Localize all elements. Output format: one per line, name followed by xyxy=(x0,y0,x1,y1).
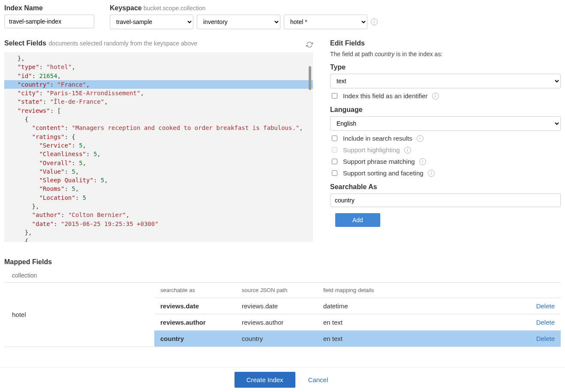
type-label: Type xyxy=(330,63,561,71)
index-name-group: Index Name xyxy=(4,4,94,29)
json-line[interactable]: "Overall": 5, xyxy=(4,159,313,167)
json-line[interactable]: "Sleep Quality": 5, xyxy=(4,176,313,184)
cell-details: en text xyxy=(323,335,525,342)
cell-source: reviews.date xyxy=(242,302,323,310)
table-row[interactable]: reviews.authorreviews.authoren textDelet… xyxy=(154,314,561,331)
info-icon[interactable]: i xyxy=(371,18,378,25)
include-label: Include in search results xyxy=(343,135,412,142)
add-button[interactable]: Add xyxy=(335,213,380,227)
table-row[interactable]: reviews.datereviews.datedatetimeDelete xyxy=(154,298,561,314)
json-line[interactable]: "Rooms": 5, xyxy=(4,184,313,193)
cell-source: country xyxy=(242,335,323,342)
table-row[interactable]: countrycountryen textDelete xyxy=(154,331,561,347)
cell-searchable: reviews.author xyxy=(160,319,242,326)
bucket-select[interactable]: travel-sample xyxy=(110,15,193,29)
json-line[interactable]: "id": 21654, xyxy=(4,72,313,80)
info-icon[interactable]: i xyxy=(404,147,411,154)
scope-select[interactable]: inventory xyxy=(197,15,280,29)
collection-column-header: collection xyxy=(4,269,561,282)
phrase-checkbox[interactable] xyxy=(332,159,337,164)
json-line[interactable]: "state": "Île-de-France", xyxy=(4,97,313,106)
json-line[interactable]: }, xyxy=(4,202,313,211)
json-line[interactable]: "type": "hotel", xyxy=(4,63,313,71)
info-icon[interactable]: i xyxy=(417,135,424,142)
info-icon[interactable]: i xyxy=(432,93,439,100)
phrase-label: Support phrase matching xyxy=(343,158,415,165)
cell-details: en text xyxy=(323,319,525,326)
cancel-button[interactable]: Cancel xyxy=(306,372,331,377)
collection-select[interactable]: hotel * xyxy=(284,15,367,29)
json-preview[interactable]: }, "type": "hotel", "id": 21654, "countr… xyxy=(4,52,313,242)
mapped-table-header: searchable as source JSON path field map… xyxy=(154,283,561,298)
info-icon[interactable]: i xyxy=(428,170,435,177)
searchable-as-label: Searchable As xyxy=(330,183,561,191)
mapped-collection-name: hotel xyxy=(4,283,154,347)
searchable-as-input[interactable] xyxy=(330,193,561,207)
json-line[interactable]: "author": "Colton Bernier", xyxy=(4,211,313,219)
edit-fields-panel: Edit Fields The field at path country is… xyxy=(330,39,561,227)
json-line[interactable]: "reviews": [ xyxy=(4,106,313,115)
delete-link[interactable]: Delete xyxy=(525,302,555,310)
keyspace-label: Keyspacebucket.scope.collection xyxy=(110,4,378,12)
select-fields-title: Select Fieldsdocuments selected randomly… xyxy=(4,39,197,47)
json-line[interactable]: { xyxy=(4,115,313,124)
index-name-label: Index Name xyxy=(4,4,94,12)
info-icon[interactable]: i xyxy=(419,158,426,165)
cell-details: datetime xyxy=(323,302,525,310)
json-line[interactable]: }, xyxy=(4,228,313,237)
json-line[interactable]: "Value": 5, xyxy=(4,167,313,176)
sort-checkbox[interactable] xyxy=(332,170,337,176)
json-line[interactable]: "Location": 5 xyxy=(4,193,313,202)
index-name-input[interactable] xyxy=(4,15,94,28)
sort-label: Support sorting and faceting xyxy=(343,169,424,177)
highlight-label: Support highlighting xyxy=(343,146,400,154)
create-index-button[interactable]: Create Index xyxy=(234,372,295,377)
refresh-icon[interactable] xyxy=(306,41,313,49)
json-line[interactable]: "Cleanliness": 5, xyxy=(4,150,313,158)
type-select[interactable]: text xyxy=(330,74,561,88)
json-line[interactable]: "date": "2015-06-25 19:25:35 +0300" xyxy=(4,220,313,228)
language-label: Language xyxy=(330,106,561,114)
edit-fields-intro: The field at path country is in the inde… xyxy=(330,51,561,57)
cell-searchable: country xyxy=(160,335,242,342)
keyspace-header: Index Name Keyspacebucket.scope.collecti… xyxy=(4,4,561,29)
json-line[interactable]: "content": "Managers reception and cooke… xyxy=(4,124,313,132)
keyspace-group: Keyspacebucket.scope.collection travel-s… xyxy=(110,4,378,29)
json-line[interactable]: }, xyxy=(4,54,313,63)
cell-searchable: reviews.date xyxy=(160,302,242,310)
json-line[interactable]: "Service": 5, xyxy=(4,141,313,150)
include-checkbox[interactable] xyxy=(332,136,337,141)
delete-link[interactable]: Delete xyxy=(525,319,555,326)
highlight-checkbox xyxy=(332,147,337,153)
mapped-fields-title: Mapped Fields xyxy=(4,258,561,266)
cell-source: reviews.author xyxy=(242,319,323,326)
language-select[interactable]: English xyxy=(330,116,561,131)
footer-bar: Create Index Cancel xyxy=(0,367,565,377)
json-line[interactable]: "city": "Paris-15E-Arrondissement", xyxy=(4,89,313,97)
json-line[interactable]: "ratings": { xyxy=(4,133,313,141)
json-line[interactable]: { xyxy=(4,237,313,242)
identifier-label: Index this field as an identifier xyxy=(343,92,428,100)
edit-fields-title: Edit Fields xyxy=(330,39,561,47)
delete-link[interactable]: Delete xyxy=(525,335,555,342)
json-line[interactable]: "country": "France", xyxy=(4,80,313,89)
identifier-checkbox[interactable] xyxy=(332,93,337,99)
